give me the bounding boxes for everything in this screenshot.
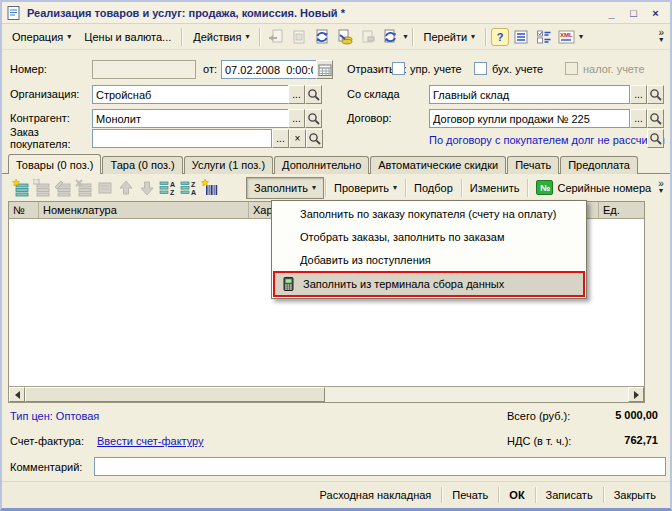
ok-button[interactable]: ОК — [499, 485, 534, 505]
menu-item-select-orders[interactable]: Отобрать заказы, заполнить по заказам — [273, 225, 585, 248]
cancel-posting-icon[interactable] — [357, 26, 379, 48]
delete-row-icon[interactable] — [73, 178, 94, 198]
magnifier-icon — [308, 132, 321, 145]
close-button[interactable]: × — [647, 7, 664, 19]
post-document-icon[interactable] — [311, 26, 333, 48]
chevron-down-icon: ▾ — [67, 33, 71, 41]
svg-text:XML: XML — [560, 32, 573, 38]
management-accounting-checkbox[interactable] — [392, 62, 405, 75]
triangle-left-icon — [11, 391, 20, 399]
customer-order-clear-button[interactable]: × — [289, 129, 306, 148]
serial-numbers-button[interactable]: № Серийные номера — [529, 177, 658, 199]
enter-invoice-link[interactable]: Ввести счет-фактуру — [97, 435, 204, 447]
book-accounting-checkbox[interactable] — [474, 62, 487, 75]
toolbar-separator — [412, 28, 414, 46]
minimize-button[interactable]: _ — [603, 7, 620, 19]
set-interval-icon[interactable] — [94, 178, 115, 198]
warehouse-input[interactable] — [429, 85, 630, 104]
customer-order-input[interactable] — [92, 129, 272, 148]
organization-open-button[interactable] — [305, 85, 322, 104]
customer-order-select-button[interactable]: ... — [272, 129, 289, 148]
contract-open-button[interactable] — [647, 109, 664, 128]
tab-auto-discounts[interactable]: Автоматические скидки — [370, 156, 506, 174]
customer-order-open-button[interactable] — [306, 129, 323, 148]
counterparty-select-button[interactable]: ... — [288, 109, 305, 128]
calendar-button[interactable] — [316, 60, 333, 79]
move-up-icon[interactable] — [115, 178, 136, 198]
copy-row-icon[interactable] — [31, 178, 52, 198]
help-icon[interactable]: ? — [491, 28, 509, 46]
grid-toolbar-separator — [527, 179, 528, 197]
prices-currency-button[interactable]: Цены и валюта... — [78, 28, 177, 46]
debt-refresh-button[interactable] — [647, 129, 664, 148]
number-input[interactable] — [92, 60, 196, 79]
chevron-down-icon: ▾ — [312, 184, 316, 192]
reread-icon[interactable] — [265, 26, 287, 48]
menu-item-fill-by-order[interactable]: Заполнить по заказу покупателя (счету на… — [273, 202, 585, 225]
counterparty-input[interactable] — [92, 109, 289, 128]
warehouse-open-button[interactable] — [647, 85, 664, 104]
comment-input[interactable] — [94, 457, 666, 476]
copy-icon[interactable] — [288, 26, 310, 48]
chevron-down-icon[interactable]: ▾ — [579, 33, 583, 41]
fill-menu-button[interactable]: Заполнить▾ — [246, 177, 324, 199]
add-by-barcode-icon[interactable] — [199, 178, 220, 198]
xml-export-icon[interactable]: XML — [556, 26, 578, 48]
debt-status-text: По договору с покупателем долг не рассчи… — [429, 134, 665, 146]
scroll-right-button[interactable] — [628, 387, 644, 402]
tab-prepayment[interactable]: Предоплата — [560, 156, 638, 174]
add-row-icon[interactable] — [10, 178, 31, 198]
verify-menu-button[interactable]: Проверить▾ — [327, 177, 404, 199]
actions-menu-button[interactable]: Действия▾ — [187, 28, 255, 46]
date-input[interactable] — [221, 60, 317, 79]
customer-order-label-line1: Заказ — [10, 126, 39, 138]
tab-goods[interactable]: Товары (0 поз.) — [8, 154, 101, 174]
list-settings-icon[interactable] — [510, 26, 532, 48]
toolbar-overflow-button[interactable]: » ▾ — [658, 29, 666, 44]
sort-ascending-icon[interactable]: AZ — [157, 178, 178, 198]
move-down-icon[interactable] — [136, 178, 157, 198]
counterparty-open-button[interactable] — [305, 109, 322, 128]
svg-text:A: A — [170, 181, 175, 188]
tab-services[interactable]: Услуги (1 поз.) — [184, 156, 273, 174]
tab-strip: Товары (0 поз.) Тара (0 поз.) Услуги (1 … — [8, 154, 639, 174]
print-button[interactable]: Печать — [442, 485, 498, 505]
structure-settings-icon[interactable] — [533, 26, 555, 48]
warehouse-select-button[interactable]: ... — [630, 85, 647, 104]
document-icon — [6, 5, 22, 21]
chevron-down-icon: ▾ — [659, 36, 663, 44]
organization-input[interactable] — [92, 85, 289, 104]
contract-select-button[interactable]: ... — [630, 109, 647, 128]
tab-print[interactable]: Печать — [507, 156, 559, 174]
expense-invoice-button[interactable]: Расходная накладная — [310, 485, 442, 505]
grid-toolbar-separator — [405, 179, 406, 197]
menu-item-fill-from-data-terminal[interactable]: Заполнить из терминала сбора данных — [273, 271, 585, 297]
sort-descending-icon[interactable]: ZA — [178, 178, 199, 198]
bottom-button-bar: Расходная накладная Печать ОК Записать З… — [2, 481, 670, 508]
magnifier-icon — [649, 88, 662, 101]
post-and-close-icon[interactable] — [334, 26, 356, 48]
operation-menu-button[interactable]: Операция▾ — [6, 28, 77, 46]
scrollbar-track[interactable] — [325, 387, 628, 402]
tax-accounting-label: налог. учете — [583, 63, 645, 75]
tab-additional[interactable]: Дополнительно — [274, 156, 369, 174]
goto-menu-button[interactable]: Перейти▾ — [418, 28, 482, 46]
column-header-unit: Ед. — [599, 202, 644, 218]
organization-select-button[interactable]: ... — [288, 85, 305, 104]
post-variants-icon[interactable] — [380, 26, 402, 48]
tab-containers[interactable]: Тара (0 поз.) — [102, 156, 182, 174]
chevron-down-icon[interactable]: ▾ — [403, 33, 407, 41]
close-form-button[interactable]: Закрыть — [604, 485, 666, 505]
edit-row-icon[interactable] — [52, 178, 73, 198]
grid-toolbar-overflow-button[interactable]: » ▾ — [658, 180, 666, 195]
pick-button[interactable]: Подбор — [407, 177, 460, 199]
menu-item-add-from-receipt[interactable]: Добавить из поступления — [273, 248, 585, 271]
maximize-button[interactable]: □ — [625, 7, 642, 19]
toolbar-separator — [259, 28, 261, 46]
scrollbar-thumb[interactable] — [25, 387, 325, 402]
save-button[interactable]: Записать — [536, 485, 603, 505]
contract-input[interactable] — [429, 109, 630, 128]
change-button[interactable]: Изменить — [463, 177, 527, 199]
price-type-link[interactable]: Тип цен: Оптовая — [10, 410, 99, 422]
scroll-left-button[interactable] — [9, 387, 25, 402]
